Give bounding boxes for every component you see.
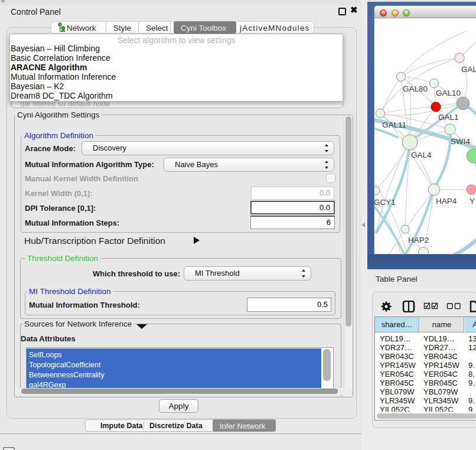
svg-text:GAL4: GAL4 <box>411 151 432 159</box>
svg-text:GCY1: GCY1 <box>374 198 396 207</box>
svg-text:HAP2: HAP2 <box>408 236 429 244</box>
svg-text:HAP4: HAP4 <box>436 197 457 206</box>
svg-text:SWI4: SWI4 <box>451 137 470 146</box>
svg-text:GAL2: GAL2 <box>461 65 476 74</box>
svg-text:Y: Y <box>470 197 475 206</box>
svg-text:GAL10: GAL10 <box>436 89 461 97</box>
svg-text:GAL1: GAL1 <box>438 113 459 122</box>
svg-text:GAL11: GAL11 <box>382 120 406 129</box>
svg-text:GAL80: GAL80 <box>403 84 428 93</box>
